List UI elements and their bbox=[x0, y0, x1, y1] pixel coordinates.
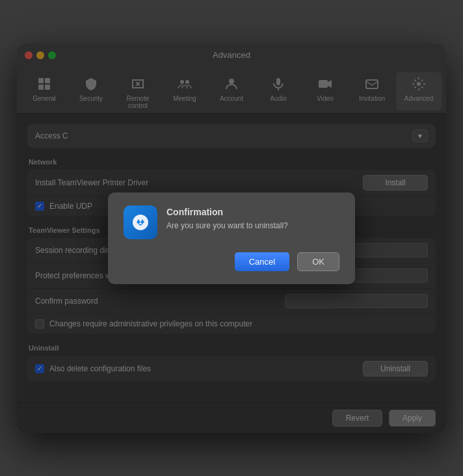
modal-buttons: Cancel OK bbox=[124, 252, 339, 271]
modal-overlay: Confirmation Are you sure you want to un… bbox=[17, 44, 446, 433]
confirmation-modal: Confirmation Are you sure you want to un… bbox=[108, 192, 355, 284]
modal-title: Confirmation bbox=[166, 207, 288, 217]
modal-header: Confirmation Are you sure you want to un… bbox=[124, 205, 339, 239]
modal-message: Are you sure you want to uninstall? bbox=[166, 221, 288, 230]
teamviewer-logo bbox=[124, 205, 157, 239]
modal-ok-button[interactable]: OK bbox=[297, 252, 339, 271]
modal-cancel-button[interactable]: Cancel bbox=[235, 252, 289, 271]
modal-text: Confirmation Are you sure you want to un… bbox=[166, 205, 288, 230]
